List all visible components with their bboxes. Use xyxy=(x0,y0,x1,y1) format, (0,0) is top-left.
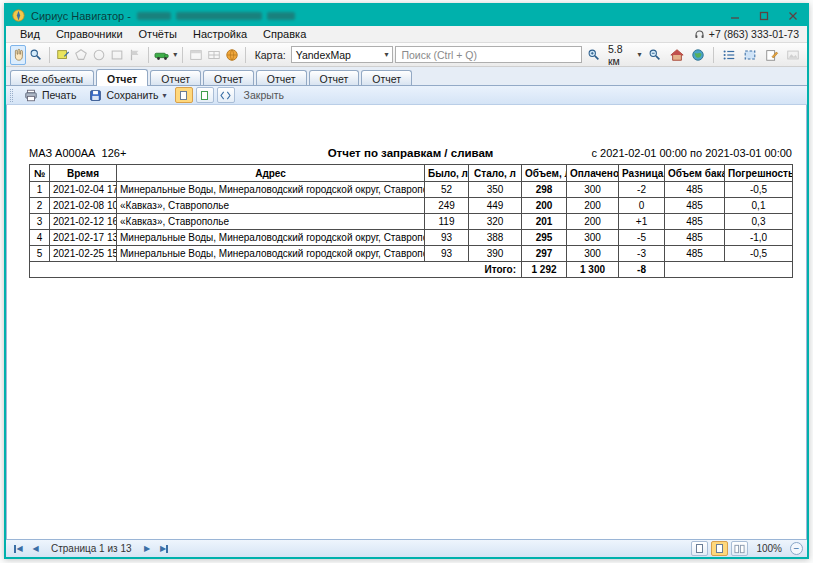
zoom-level: 100% xyxy=(751,543,787,554)
cell: 200 xyxy=(567,214,619,230)
globe-button[interactable] xyxy=(688,45,708,65)
last-page-button[interactable]: ▶ xyxy=(156,542,173,556)
window-controls xyxy=(720,5,807,26)
pan-tool-button[interactable] xyxy=(10,45,26,65)
menu-item-3[interactable]: Отчёты xyxy=(131,28,185,40)
save-button[interactable]: Сохранить ▾ xyxy=(84,88,171,103)
cell: 300 xyxy=(567,230,619,246)
list-icon xyxy=(722,48,736,62)
zoom-page-button[interactable] xyxy=(691,541,708,556)
tab-report-5[interactable]: Отчет xyxy=(309,70,360,85)
image-button[interactable] xyxy=(783,45,803,65)
next-page-button[interactable]: ▶ xyxy=(139,542,156,556)
cell: Минеральные Воды, Минераловодский городс… xyxy=(117,182,425,198)
cell: 200 xyxy=(522,198,567,214)
view-fit-width-button[interactable] xyxy=(217,87,235,103)
cell: 200 xyxy=(567,198,619,214)
page-green-icon xyxy=(201,91,208,100)
notes-button[interactable] xyxy=(762,45,782,65)
cell: 297 xyxy=(522,246,567,262)
menu-item-5[interactable]: Справка xyxy=(255,28,314,40)
zoom-in-button[interactable] xyxy=(584,45,604,65)
map-label: Карта: xyxy=(251,49,289,61)
close-button[interactable] xyxy=(778,5,807,26)
polygon-tool-button[interactable] xyxy=(73,45,89,65)
zoom-two-pages-button[interactable] xyxy=(731,541,748,556)
cell: 485 xyxy=(665,214,725,230)
cell: 300 xyxy=(567,182,619,198)
totals-label: Итого: xyxy=(30,262,522,278)
toolbar-separator xyxy=(245,47,246,63)
close-icon xyxy=(788,11,798,21)
list-button[interactable] xyxy=(719,45,739,65)
cell: 320 xyxy=(469,214,522,230)
view-whole-page-button[interactable] xyxy=(196,87,214,103)
close-report-button[interactable]: Закрыть xyxy=(238,89,290,101)
vehicle-dropdown-arrow[interactable]: ▾ xyxy=(173,50,177,59)
report-table-body: 12021-02-04 17:39Минеральные Воды, Минер… xyxy=(30,182,793,278)
tab-report-3[interactable]: Отчет xyxy=(203,70,254,85)
cell: -3 xyxy=(619,246,665,262)
column-header-8: Разница, л xyxy=(619,165,665,182)
screen: Сириус Навигатор - ВидСправочникиОтчётыН… xyxy=(0,0,813,563)
zoom-page-width-button[interactable] xyxy=(711,541,728,556)
tab-all-objects[interactable]: Все объекты xyxy=(10,70,94,85)
previous-page-button[interactable]: ◀ xyxy=(27,542,44,556)
print-button[interactable]: Печать xyxy=(19,88,81,103)
menu-item-4[interactable]: Настройка xyxy=(185,28,255,40)
view-single-page-button[interactable] xyxy=(175,87,193,103)
window-panel-icon xyxy=(189,48,203,62)
cell: Минеральные Воды, Минераловодский городс… xyxy=(117,246,425,262)
first-page-button[interactable]: ◀ xyxy=(10,542,27,556)
cell: -2 xyxy=(619,182,665,198)
zoom-out-button[interactable] xyxy=(645,45,665,65)
image-icon xyxy=(786,48,800,62)
map-select[interactable]: YandexMap ▾ xyxy=(291,46,394,63)
tab-report-1[interactable]: Отчет xyxy=(96,69,148,86)
menu-item-1[interactable]: Вид xyxy=(12,28,48,40)
page-icon xyxy=(696,544,703,553)
flag-tool-button[interactable] xyxy=(127,45,143,65)
toolbar-separator xyxy=(49,47,50,63)
minimize-button[interactable] xyxy=(720,5,749,26)
tab-report-2[interactable]: Отчет xyxy=(150,70,201,85)
totals-difference: -8 xyxy=(619,262,665,278)
panel-button[interactable] xyxy=(188,45,204,65)
table-row: 32021-02-12 16:57«Кавказ», Ставрополье11… xyxy=(30,214,793,230)
vehicle-button[interactable] xyxy=(153,45,171,65)
window-title: Сириус Навигатор - xyxy=(31,10,131,22)
save-dropdown-arrow[interactable]: ▾ xyxy=(163,91,167,100)
report-table: №ВремяАдресБыло, лСтало, лОбъем, лОплаче… xyxy=(29,164,793,278)
circle-tool-button[interactable] xyxy=(91,45,107,65)
search-input[interactable] xyxy=(395,46,582,63)
cell: 388 xyxy=(469,230,522,246)
page-indicator: Страница 1 из 13 xyxy=(44,543,139,554)
toolbar-separator xyxy=(182,47,183,63)
totals-empty xyxy=(665,262,793,278)
cell: 0,1 xyxy=(725,198,793,214)
maximize-button[interactable] xyxy=(749,5,778,26)
report-title: Отчет по заправкам / сливам xyxy=(328,147,494,159)
rectangle-tool-button[interactable] xyxy=(109,45,125,65)
zoom-out-slider-button[interactable]: − xyxy=(790,542,803,555)
fit-selection-button[interactable] xyxy=(740,45,760,65)
table-view-button[interactable] xyxy=(206,45,222,65)
zoom-tool-button[interactable] xyxy=(28,45,44,65)
cell: Минеральные Воды, Минераловодский городс… xyxy=(117,230,425,246)
menu-item-2[interactable]: Справочники xyxy=(48,28,131,40)
events-button[interactable] xyxy=(224,45,240,65)
report-content: МАЗ А000АА 126+ Отчет по заправкам / сли… xyxy=(7,105,806,278)
tab-report-4[interactable]: Отчет xyxy=(256,70,307,85)
tab-report-6[interactable]: Отчет xyxy=(361,70,412,85)
orange-globe-icon xyxy=(225,48,239,62)
cell: 93 xyxy=(425,246,469,262)
home-button[interactable] xyxy=(667,45,687,65)
tab-bar: Все объектыОтчетОтчетОтчетОтчетОтчетОтче… xyxy=(6,67,807,86)
scale-dropdown-arrow: ▾ xyxy=(637,50,641,59)
cell: 0 xyxy=(619,198,665,214)
cell: 449 xyxy=(469,198,522,214)
map-scale-control[interactable]: 5.8 км ▾ xyxy=(606,43,644,67)
globe-icon xyxy=(691,48,705,62)
totals-row: Итого:1 2921 300-8 xyxy=(30,262,793,278)
edit-map-button[interactable] xyxy=(55,45,71,65)
